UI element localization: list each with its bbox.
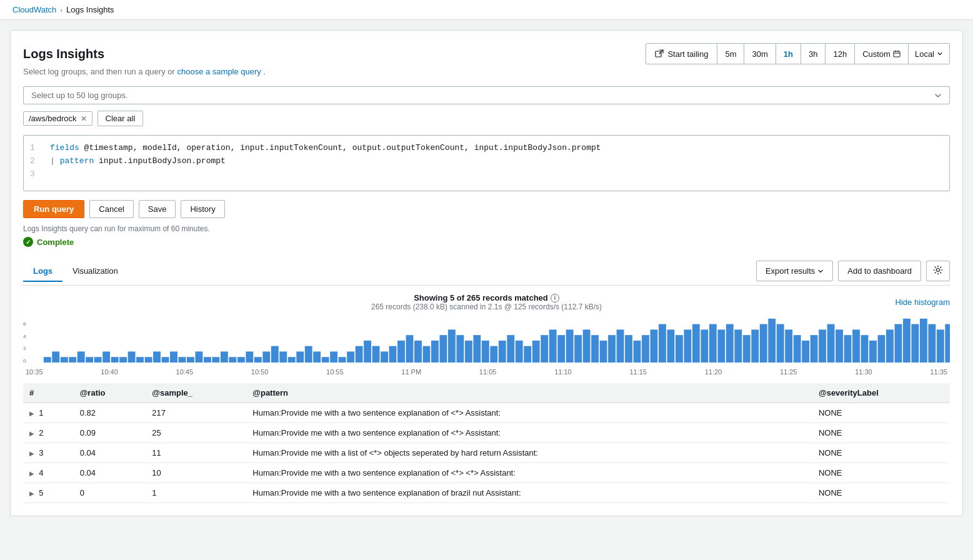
- log-group-tags: /aws/bedrock ✕ Clear all: [23, 111, 950, 126]
- svg-rect-110: [903, 319, 911, 362]
- table-row[interactable]: ▶ 4 0.04 10 Human:Provide me with a two …: [23, 463, 950, 483]
- start-tailing-button[interactable]: Start tailing: [646, 43, 717, 64]
- clear-all-button[interactable]: Clear all: [97, 111, 144, 126]
- time-30m-button[interactable]: 30m: [744, 44, 775, 64]
- histogram-header: Showing 5 of 265 records matched i 265 r…: [23, 293, 950, 311]
- time-3h-button[interactable]: 3h: [801, 44, 825, 64]
- x-label-2: 10:45: [176, 368, 194, 376]
- svg-text:4: 4: [23, 333, 26, 339]
- svg-rect-18: [128, 351, 136, 362]
- svg-rect-98: [802, 341, 809, 362]
- svg-rect-67: [541, 335, 548, 362]
- tag-close-icon[interactable]: ✕: [81, 114, 87, 123]
- query-line-1: 1 fields @timestamp, modelId, operation,…: [30, 142, 943, 155]
- page-title-area: Logs Insights: [23, 47, 104, 61]
- timezone-dropdown[interactable]: Local: [909, 43, 950, 64]
- x-label-4: 10:55: [326, 368, 344, 376]
- svg-text:6: 6: [23, 321, 26, 328]
- custom-time-button[interactable]: Custom: [854, 44, 908, 64]
- expand-icon[interactable]: ▶: [29, 470, 34, 477]
- col-ratio[interactable]: @ratio: [74, 383, 146, 403]
- expand-icon[interactable]: ▶: [29, 410, 34, 417]
- export-label: Export results: [766, 266, 815, 276]
- hide-histogram-link[interactable]: Hide histogram: [896, 298, 950, 307]
- expand-icon[interactable]: ▶: [29, 430, 34, 437]
- subtitle-before: Select log groups, and then run a query …: [23, 67, 175, 76]
- query-editor[interactable]: 1 fields @timestamp, modelId, operation,…: [23, 135, 950, 191]
- col-severity[interactable]: @severityLabel: [812, 383, 950, 403]
- svg-rect-99: [811, 335, 818, 362]
- cell-num-0: ▶ 1: [23, 403, 74, 423]
- svg-rect-84: [684, 329, 691, 362]
- svg-rect-69: [557, 335, 565, 362]
- info-icon[interactable]: i: [551, 294, 559, 302]
- svg-rect-16: [111, 357, 119, 362]
- status-label: Complete: [37, 238, 74, 247]
- svg-rect-112: [920, 319, 927, 362]
- table-row[interactable]: ▶ 5 0 1 Human:Provide me with a two sent…: [23, 483, 950, 503]
- status-complete: ✓ Complete: [23, 237, 950, 247]
- tab-visualization[interactable]: Visualization: [62, 261, 128, 282]
- page-header: Logs Insights Start tailing 5m 30m 1h 3h…: [23, 43, 950, 64]
- svg-rect-32: [246, 351, 253, 362]
- expand-icon[interactable]: ▶: [29, 490, 34, 497]
- col-sample[interactable]: @sample_: [146, 383, 246, 403]
- export-results-button[interactable]: Export results: [756, 261, 833, 281]
- svg-text:0: 0: [23, 358, 26, 364]
- svg-rect-87: [709, 324, 717, 362]
- x-label-9: 11:20: [705, 368, 722, 376]
- cell-num-4: ▶ 5: [23, 483, 74, 503]
- svg-rect-54: [431, 341, 439, 362]
- query-line-3: 3: [30, 168, 943, 181]
- results-table: # @ratio @sample_ @pattern @severityLabe…: [23, 383, 950, 503]
- x-label-3: 10:50: [251, 368, 269, 376]
- records-count-text: Showing 5 of 265 records matched: [414, 293, 548, 302]
- sample-query-link[interactable]: choose a sample query: [177, 67, 261, 76]
- table-row[interactable]: ▶ 2 0.09 25 Human:Provide me with a two …: [23, 423, 950, 443]
- svg-rect-15: [102, 351, 110, 362]
- svg-rect-103: [844, 335, 852, 362]
- expand-icon[interactable]: ▶: [29, 450, 34, 457]
- query-actions: Run query Cancel Save History: [23, 200, 950, 218]
- time-5m-button[interactable]: 5m: [717, 44, 744, 64]
- time-1h-button[interactable]: 1h: [776, 44, 801, 64]
- svg-rect-83: [676, 335, 683, 362]
- svg-rect-49: [389, 346, 397, 362]
- svg-rect-94: [768, 319, 776, 362]
- breadcrumb: CloudWatch › Logs Insights: [0, 0, 973, 20]
- header-controls: Start tailing 5m 30m 1h 3h 12h Custom: [646, 43, 950, 64]
- svg-text:8: 8: [23, 314, 26, 315]
- records-title: Showing 5 of 265 records matched i: [332, 293, 641, 302]
- x-label-11: 11:30: [855, 368, 872, 376]
- log-group-selector[interactable]: Select up to 50 log groups.: [23, 86, 950, 104]
- run-query-button[interactable]: Run query: [23, 200, 84, 218]
- table-row[interactable]: ▶ 3 0.04 11 Human:Provide me with a list…: [23, 443, 950, 463]
- svg-rect-90: [734, 329, 742, 362]
- cell-severity-2: NONE: [812, 443, 950, 463]
- line-num-3: 3: [30, 168, 40, 181]
- history-button[interactable]: History: [181, 200, 224, 218]
- svg-rect-12: [77, 351, 85, 362]
- cancel-button[interactable]: Cancel: [89, 200, 133, 218]
- save-button[interactable]: Save: [139, 200, 176, 218]
- query-line-2-text: | pattern input.inputBodyJson.prompt: [50, 155, 226, 168]
- svg-rect-106: [869, 341, 877, 362]
- svg-rect-24: [179, 357, 186, 362]
- x-label-6: 11:05: [479, 368, 497, 376]
- cell-sample-1: 25: [146, 423, 246, 443]
- time-12h-button[interactable]: 12h: [825, 44, 854, 64]
- svg-rect-89: [726, 324, 734, 362]
- svg-rect-10: [61, 357, 68, 362]
- breadcrumb-parent[interactable]: CloudWatch: [12, 5, 56, 14]
- svg-rect-1: [894, 51, 900, 57]
- cell-pattern-0: Human:Provide me with a two sentence exp…: [246, 403, 812, 423]
- svg-rect-35: [271, 346, 279, 362]
- svg-point-2: [937, 269, 940, 272]
- settings-icon-button[interactable]: [926, 261, 950, 281]
- table-row[interactable]: ▶ 1 0.82 217 Human:Provide me with a two…: [23, 403, 950, 423]
- histogram-x-axis: 10:35 10:40 10:45 10:50 10:55 11 PM 11:0…: [23, 368, 950, 376]
- tab-logs[interactable]: Logs: [23, 261, 62, 282]
- svg-rect-23: [170, 351, 177, 362]
- add-to-dashboard-button[interactable]: Add to dashboard: [838, 261, 921, 281]
- col-pattern[interactable]: @pattern: [246, 383, 812, 403]
